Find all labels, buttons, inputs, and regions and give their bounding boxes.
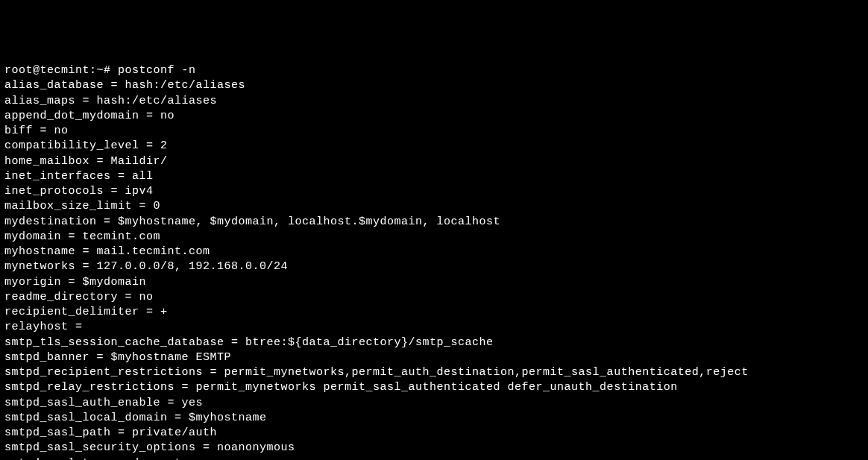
output-line: biff = no bbox=[4, 124, 864, 139]
output-line: smtpd_recipient_restrictions = permit_my… bbox=[4, 365, 864, 380]
output-line: compatibility_level = 2 bbox=[4, 139, 864, 154]
output-line: relayhost = bbox=[4, 320, 864, 335]
output-line: myorigin = $mydomain bbox=[4, 275, 864, 290]
output-line: smtpd_sasl_type = dovecot bbox=[4, 456, 864, 461]
output-line: inet_protocols = ipv4 bbox=[4, 184, 864, 199]
output-line: mailbox_size_limit = 0 bbox=[4, 199, 864, 214]
output-line: readme_directory = no bbox=[4, 290, 864, 305]
output-line: alias_database = hash:/etc/aliases bbox=[4, 78, 864, 93]
command-line: root@tecmint:~# postconf -n bbox=[4, 63, 864, 78]
output-line: mydomain = tecmint.com bbox=[4, 230, 864, 245]
output-line: smtpd_sasl_security_options = noanonymou… bbox=[4, 441, 864, 456]
shell-prompt: root@tecmint:~# bbox=[4, 64, 118, 77]
command-text: postconf -n bbox=[118, 64, 196, 77]
output-line: smtpd_sasl_path = private/auth bbox=[4, 426, 864, 441]
output-line: append_dot_mydomain = no bbox=[4, 109, 864, 124]
output-line: myhostname = mail.tecmint.com bbox=[4, 245, 864, 259]
output-line: smtpd_relay_restrictions = permit_mynetw… bbox=[4, 380, 864, 395]
output-line: smtpd_sasl_auth_enable = yes bbox=[4, 396, 864, 411]
output-line: recipient_delimiter = + bbox=[4, 305, 864, 320]
terminal-output[interactable]: root@tecmint:~# postconf -nalias_databas… bbox=[4, 63, 864, 460]
output-line: mynetworks = 127.0.0.0/8, 192.168.0.0/24 bbox=[4, 259, 864, 274]
output-line: smtpd_sasl_local_domain = $myhostname bbox=[4, 411, 864, 426]
output-line: smtp_tls_session_cache_database = btree:… bbox=[4, 335, 864, 350]
output-line: alias_maps = hash:/etc/aliases bbox=[4, 94, 864, 109]
output-line: smtpd_banner = $myhostname ESMTP bbox=[4, 350, 864, 365]
output-line: home_mailbox = Maildir/ bbox=[4, 154, 864, 169]
output-line: mydestination = $myhostname, $mydomain, … bbox=[4, 215, 864, 230]
output-line: inet_interfaces = all bbox=[4, 169, 864, 184]
